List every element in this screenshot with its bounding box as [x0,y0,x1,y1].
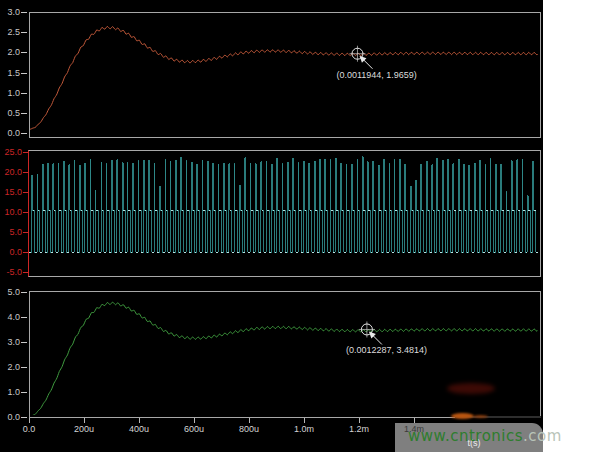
y-tick-mark [21,317,27,318]
y-tick-mark [21,133,27,134]
y-tick-label: 1.0 [0,89,20,98]
x-tick-mark [194,418,195,423]
x-tick-label: 0.0 [12,425,46,434]
y-tick-mark [21,367,27,368]
x-tick-label: 1.0m [287,425,321,434]
y-tick-mark [23,252,29,253]
y-tick-mark [21,417,27,418]
x-tick-mark [84,418,85,423]
waveform-trace [30,302,538,415]
y-tick-mark [21,52,27,53]
y-tick-label: 15.0 [0,188,22,197]
y-tick-label: 4.0 [0,313,20,322]
cursor-readout-top[interactable]: (0.0011944, 1.9659) [336,70,416,80]
y-tick-label: 3.0 [0,338,20,347]
y-tick-mark [23,272,29,273]
waveform-viewer: (0.0011944, 1.9659) (0.0012287, 3.4814) … [0,0,600,452]
plot-panel-top: (0.0011944, 1.9659) [29,12,541,138]
y-tick-label: 0.0 [0,413,20,422]
y-tick-mark [23,212,29,213]
x-tick-mark [304,418,305,423]
y-tick-mark [23,152,29,153]
y-tick-mark [23,172,29,173]
waveform-trace [29,157,538,252]
x-tick-label: 400u [122,425,156,434]
orange-artifact-icon [451,413,474,419]
x-tick-mark [29,418,30,423]
waveform-trace [30,26,538,129]
waveform-svg-middle [29,151,538,274]
x-tick-label: 600u [177,425,211,434]
y-tick-mark [21,73,27,74]
y-tick-label: 10.0 [0,208,22,217]
y-tick-mark [21,93,27,94]
cursor-readout-bottom[interactable]: (0.0012287, 3.4814) [346,345,427,355]
red-watermark-ghost [447,383,495,394]
y-tick-label: 5.0 [0,288,20,297]
y-tick-label: -5.0 [0,268,22,277]
y-tick-mark [21,392,27,393]
orange-artifact-icon [473,415,488,418]
y-tick-label: 1.0 [0,388,20,397]
y-tick-mark [21,32,27,33]
x-tick-mark [249,418,250,423]
watermark-main: www.cntronics [408,427,523,445]
x-tick-label: 200u [67,425,101,434]
y-tick-mark [21,113,27,114]
y-tick-label: 0.0 [0,129,20,138]
waveform-svg-bottom [30,292,538,415]
y-tick-label: 2.5 [0,28,20,37]
y-tick-label: 1.5 [0,69,20,78]
y-tick-mark [23,192,29,193]
y-tick-label: 0.5 [0,109,20,118]
y-tick-label: 20.0 [0,168,22,177]
y-tick-mark [21,12,27,13]
x-tick-label: 800u [232,425,266,434]
watermark-suffix: .com [523,427,562,445]
y-tick-label: 0.0 [0,248,22,257]
y-tick-mark [21,342,27,343]
y-tick-mark [21,292,27,293]
watermark-text[interactable]: www.cntronics.com [408,427,562,445]
x-tick-mark [139,418,140,423]
waveform-svg-top [30,13,538,135]
y-tick-label: 2.0 [0,363,20,372]
y-tick-label: 25.0 [0,148,22,157]
x-tick-label: 1.2m [342,425,376,434]
x-tick-mark [359,418,360,423]
y-tick-mark [23,232,29,233]
plot-panel-bottom: (0.0012287, 3.4814) [29,291,541,418]
y-tick-label: 3.0 [0,8,20,17]
waveform-trace [29,210,538,252]
plot-panel-middle [28,150,541,277]
y-tick-label: 2.0 [0,48,20,57]
y-tick-label: 5.0 [0,228,22,237]
